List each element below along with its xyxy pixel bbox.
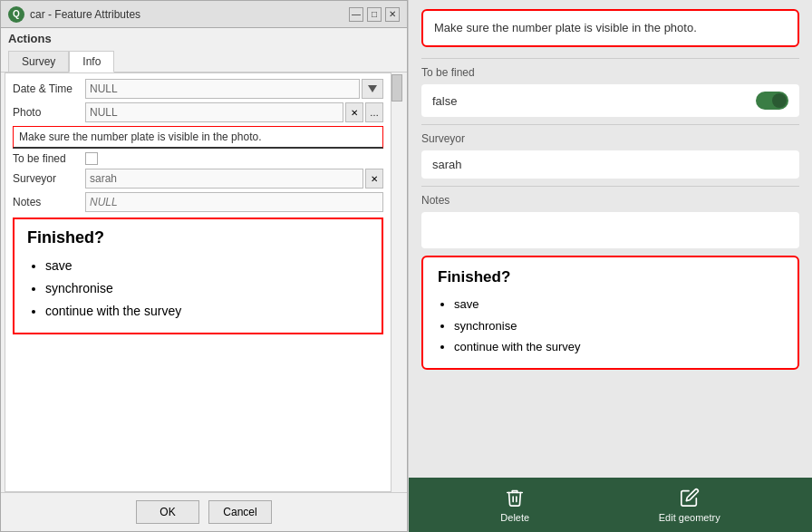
- photo-clear-button[interactable]: ✕: [345, 102, 363, 122]
- date-time-input[interactable]: [85, 79, 360, 99]
- photo-label: Photo: [13, 106, 85, 119]
- tab-survey[interactable]: Survey: [8, 51, 69, 72]
- mobile-finished-list: save synchronise continue with the surve…: [438, 294, 783, 357]
- date-time-row: Date & Time: [9, 79, 387, 99]
- mobile-to-be-fined-field[interactable]: false: [421, 84, 799, 117]
- mobile-finished-box: Finished? save synchronise continue with…: [421, 256, 799, 370]
- mobile-list-item: save: [454, 294, 783, 314]
- mobile-divider-2: [421, 124, 799, 125]
- maximize-button[interactable]: □: [367, 7, 382, 22]
- finished-title: Finished?: [27, 228, 369, 247]
- dialog-title: car - Feature Attributes: [30, 8, 140, 21]
- qgis-dialog: Q car - Feature Attributes — □ ✕ Actions…: [0, 0, 408, 532]
- to-be-fined-label: To be fined: [13, 152, 85, 165]
- window-controls: — □ ✕: [349, 7, 400, 22]
- dialog-footer: OK Cancel: [1, 492, 407, 531]
- minimize-button[interactable]: —: [349, 7, 363, 22]
- mobile-finished-title: Finished?: [438, 268, 783, 286]
- photo-input[interactable]: [85, 102, 343, 122]
- tabs-row: Survey Info: [1, 51, 407, 73]
- close-button[interactable]: ✕: [385, 7, 400, 22]
- date-time-label: Date & Time: [13, 82, 85, 95]
- mobile-surveyor-label: Surveyor: [421, 132, 799, 145]
- to-be-fined-checkbox[interactable]: [85, 152, 98, 165]
- delete-label: Delete: [500, 512, 529, 523]
- photo-browse-button[interactable]: …: [365, 102, 383, 122]
- photo-group: ✕ …: [85, 102, 383, 122]
- actions-label: Actions: [1, 28, 407, 51]
- list-item: continue with the survey: [45, 300, 369, 323]
- title-bar: Q car - Feature Attributes — □ ✕: [1, 1, 407, 28]
- mobile-constraint-box: Make sure the number plate is visible in…: [421, 9, 799, 47]
- surveyor-row: Surveyor ✕: [9, 169, 387, 189]
- trash-icon: [504, 487, 526, 508]
- ok-button[interactable]: OK: [136, 500, 199, 524]
- edit-icon: [679, 487, 701, 508]
- list-item: save: [45, 255, 369, 277]
- photo-row: Photo ✕ …: [9, 102, 387, 122]
- mobile-list-item: synchronise: [454, 315, 783, 336]
- notes-input[interactable]: [85, 192, 383, 212]
- finished-list: save synchronise continue with the surve…: [27, 255, 369, 324]
- surveyor-group: ✕: [85, 169, 383, 189]
- mobile-divider-1: [421, 58, 799, 59]
- surveyor-input[interactable]: [85, 169, 363, 189]
- qgis-logo: Q: [8, 6, 24, 23]
- tab-info[interactable]: Info: [69, 51, 114, 73]
- form-area: Date & Time Photo ✕ … Make: [5, 73, 391, 492]
- date-time-group: [85, 79, 383, 99]
- mobile-content: Make sure the number plate is visible in…: [409, 0, 812, 478]
- mobile-list-item: continue with the survey: [454, 336, 783, 357]
- mobile-footer: Delete Edit geometry: [409, 478, 812, 532]
- notes-row: Notes: [9, 192, 387, 212]
- mobile-to-be-fined-label: To be fined: [421, 66, 799, 79]
- mobile-constraint-text: Make sure the number plate is visible in…: [434, 21, 697, 34]
- scrollbar[interactable]: [391, 73, 403, 492]
- toggle-knob: [772, 93, 787, 108]
- date-time-dropdown-button[interactable]: [362, 79, 383, 99]
- constraint-text: Make sure the number plate is visible in…: [19, 131, 261, 143]
- mobile-panel: Make sure the number plate is visible in…: [408, 0, 812, 532]
- mobile-surveyor-field[interactable]: sarah: [421, 150, 799, 179]
- edit-geometry-button[interactable]: Edit geometry: [659, 487, 720, 523]
- mobile-notes-label: Notes: [421, 194, 799, 207]
- surveyor-label: Surveyor: [13, 172, 85, 185]
- svg-marker-0: [368, 85, 377, 92]
- surveyor-clear-button[interactable]: ✕: [365, 169, 383, 189]
- mobile-divider-3: [421, 186, 799, 187]
- cancel-button[interactable]: Cancel: [208, 500, 272, 524]
- toggle-switch[interactable]: [756, 92, 788, 110]
- mobile-surveyor-value: sarah: [432, 158, 462, 171]
- form-scroll-area: Date & Time Photo ✕ … Make: [5, 73, 403, 492]
- notes-label: Notes: [13, 196, 85, 208]
- finished-box: Finished? save synchronise continue with…: [13, 218, 383, 334]
- to-be-fined-row: To be fined: [9, 152, 387, 165]
- edit-geometry-label: Edit geometry: [659, 512, 720, 523]
- mobile-notes-field[interactable]: [421, 212, 799, 248]
- title-bar-left: Q car - Feature Attributes: [8, 6, 140, 23]
- constraint-box: Make sure the number plate is visible in…: [13, 126, 383, 149]
- list-item: synchronise: [45, 277, 369, 300]
- delete-button[interactable]: Delete: [500, 487, 529, 523]
- mobile-to-be-fined-value: false: [432, 94, 457, 108]
